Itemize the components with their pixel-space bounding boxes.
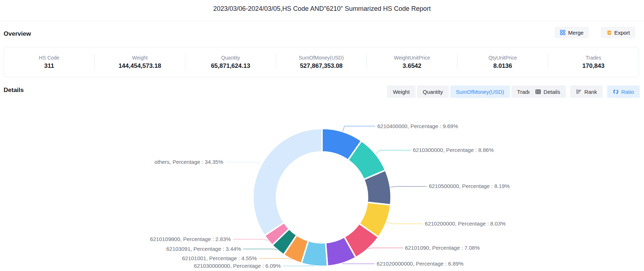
- pie-label-6210500000: 6210500000, Percentage : 8.19%: [429, 183, 510, 189]
- pie-leader-line: [368, 248, 403, 249]
- merge-button[interactable]: Merge: [555, 27, 589, 38]
- stat-trades: Trades170,843: [548, 47, 639, 77]
- stat-value: 144,454,573.18: [119, 62, 161, 70]
- stat-label: Weight: [132, 55, 147, 61]
- stat-value: 527,867,353.08: [300, 62, 343, 70]
- overview-actions: Merge Export: [555, 27, 635, 38]
- stat-weight: Weight144,454,573.18: [95, 47, 185, 77]
- pie-label-6210109800: 6210109800, Percentage : 2.83%: [150, 236, 231, 242]
- stat-sumofmoney-usd: SumOfMoney(USD)527,867,353.08: [276, 47, 366, 77]
- stat-label: WeightUnitPrice: [394, 55, 430, 61]
- stat-label: Trades: [585, 55, 601, 61]
- pie-leader-line: [343, 126, 375, 132]
- table-icon: [535, 89, 541, 95]
- ratio-donut-chart: 6210400000, Percentage : 9.69%6210300000…: [0, 95, 644, 271]
- pie-leader-line: [226, 162, 261, 165]
- stat-label: SumOfMoney(USD): [299, 55, 344, 61]
- ratio-icon: [613, 89, 619, 95]
- view-tab-label: Details: [544, 89, 560, 95]
- stat-qtyunitprice: QtyUnitPrice8.0136: [458, 47, 548, 77]
- stat-weightunitprice: WeightUnitPrice3.6542: [367, 47, 457, 77]
- pie-leader-line: [390, 186, 427, 187]
- report-title: 2023/03/06-2024/03/05,HS Code AND"6210" …: [0, 5, 644, 13]
- overview-stats-card: HS Code311Weight144,454,573.18Quantity65…: [4, 47, 639, 77]
- report-page: 2023/03/06-2024/03/05,HS Code AND"6210" …: [0, 0, 644, 271]
- pie-label-621020000000: 621020000000, Percentage : 6.89%: [377, 261, 463, 267]
- pie-label-62103091: 62103091, Percentage : 3.44%: [166, 246, 241, 252]
- pie-leader-line: [342, 263, 375, 264]
- stat-hs-code: HS Code311: [4, 47, 94, 77]
- stat-value: 3.6542: [403, 62, 421, 70]
- pie-leader-line: [375, 150, 411, 154]
- stat-quantity: Quantity65,871,624.13: [185, 47, 276, 77]
- stat-label: Quantity: [221, 55, 240, 61]
- export-button[interactable]: Export: [601, 27, 635, 38]
- stat-value: 65,871,624.13: [211, 62, 250, 70]
- title-divider: [0, 21, 644, 21]
- view-tab-label: Ratio: [621, 89, 634, 95]
- pie-leader-line: [243, 249, 278, 250]
- details-heading: Details: [4, 87, 24, 94]
- pie-label-621030000000: 621030000000, Percentage : 6.09%: [194, 263, 281, 269]
- merge-button-label: Merge: [568, 30, 584, 36]
- pie-label-62101001: 62101001, Percentage : 4.55%: [182, 255, 257, 261]
- pie-label-62101090: 62101090, Percentage : 7.08%: [405, 245, 480, 251]
- pie-label-6210300000: 6210300000, Percentage : 8.86%: [413, 147, 494, 153]
- stat-value: 8.0136: [493, 62, 512, 70]
- stat-value: 170,843: [582, 62, 604, 70]
- view-tab-label: Rank: [584, 89, 597, 95]
- pie-leader-line: [387, 222, 423, 224]
- overview-heading: Overview: [4, 30, 31, 38]
- pie-slice-others[interactable]: [253, 128, 322, 236]
- pie-label-6210400000: 6210400000, Percentage : 9.69%: [377, 123, 458, 129]
- stat-value: 311: [44, 62, 54, 70]
- pie-label-6210200000: 6210200000, Percentage : 8.03%: [425, 220, 506, 227]
- export-icon: [606, 30, 612, 35]
- merge-icon: [560, 30, 566, 35]
- stat-label: QtyUnitPrice: [489, 55, 517, 61]
- pie-label-others: others, Percentage : 34.35%: [154, 159, 223, 165]
- export-button-label: Export: [614, 30, 630, 36]
- pie-leader-line: [259, 258, 292, 259]
- rank-icon: [576, 89, 582, 95]
- stat-label: HS Code: [39, 55, 60, 61]
- pie-leader-line: [233, 239, 269, 241]
